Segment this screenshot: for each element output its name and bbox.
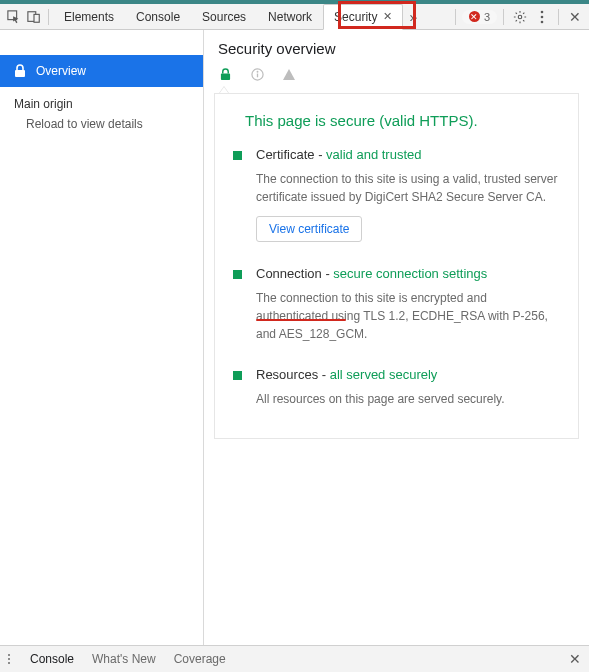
connection-desc: The connection to this site is encrypted… <box>256 289 560 343</box>
annotation-underline-tls <box>256 319 346 321</box>
tabbar-separator-right <box>455 9 456 25</box>
security-card: This page is secure (valid HTTPS). Certi… <box>214 93 579 439</box>
sidebar-main-origin-label: Main origin <box>0 87 203 111</box>
tab-sources[interactable]: Sources <box>191 4 257 30</box>
kebab-menu-icon[interactable] <box>532 7 552 27</box>
main-area: Overview Main origin Reload to view deta… <box>0 30 589 645</box>
svg-point-6 <box>541 20 544 23</box>
tabbar-separator-right2 <box>503 9 504 25</box>
sidebar-reload-hint[interactable]: Reload to view details <box>0 111 203 131</box>
drawer-tab-console[interactable]: Console <box>30 652 74 666</box>
tabbar-separator <box>48 9 49 25</box>
error-icon: ✕ <box>469 11 480 22</box>
section-connection: Connection - secure connection settings … <box>233 266 560 343</box>
connection-title: Connection - secure connection settings <box>256 266 560 281</box>
svg-rect-2 <box>34 14 39 22</box>
security-sidebar: Overview Main origin Reload to view deta… <box>0 30 204 645</box>
inspect-element-icon[interactable] <box>4 7 24 27</box>
drawer-close-icon[interactable]: ✕ <box>569 651 581 667</box>
security-panel: Security overview This page is secure (v… <box>204 30 589 645</box>
status-square-icon <box>233 270 242 279</box>
svg-rect-11 <box>256 73 257 77</box>
gear-icon[interactable] <box>510 7 530 27</box>
svg-point-5 <box>541 15 544 18</box>
section-certificate: Certificate - valid and trusted The conn… <box>233 147 560 242</box>
sidebar-spacer <box>0 30 203 55</box>
tab-security-label: Security <box>334 10 377 24</box>
svg-point-10 <box>256 70 258 72</box>
kebab-menu-icon[interactable] <box>8 654 10 664</box>
device-toolbar-icon[interactable] <box>24 7 44 27</box>
error-count-badge[interactable]: ✕ 3 <box>462 10 497 24</box>
status-square-icon <box>233 371 242 380</box>
resources-title: Resources - all served securely <box>256 367 560 382</box>
page-secure-status: This page is secure (valid HTTPS). <box>245 112 560 129</box>
tab-elements[interactable]: Elements <box>53 4 125 30</box>
tab-console[interactable]: Console <box>125 4 191 30</box>
tabbar-separator-right3 <box>558 9 559 25</box>
panel-title: Security overview <box>204 30 589 63</box>
drawer-tab-whatsnew[interactable]: What's New <box>92 652 156 666</box>
section-resources: Resources - all served securely All reso… <box>233 367 560 408</box>
tab-security[interactable]: Security ✕ <box>323 4 403 30</box>
drawer-bar: Console What's New Coverage ✕ <box>0 645 589 672</box>
sidebar-item-overview[interactable]: Overview <box>0 55 203 87</box>
tabs-overflow-icon[interactable]: » <box>403 7 423 27</box>
status-square-icon <box>233 151 242 160</box>
sidebar-overview-label: Overview <box>36 64 86 78</box>
svg-rect-7 <box>15 70 25 77</box>
certificate-title: Certificate - valid and trusted <box>256 147 560 162</box>
svg-point-4 <box>541 10 544 13</box>
resources-desc: All resources on this page are served se… <box>256 390 560 408</box>
devtools-tabbar: Elements Console Sources Network Securit… <box>0 4 589 30</box>
lock-icon <box>14 64 26 78</box>
devtools-close-icon[interactable]: ✕ <box>565 7 585 27</box>
info-icon <box>250 67 264 81</box>
lock-icon <box>218 67 232 81</box>
view-certificate-button[interactable]: View certificate <box>256 216 362 242</box>
svg-point-3 <box>518 15 522 19</box>
security-icon-row <box>204 63 589 81</box>
svg-rect-8 <box>220 73 229 79</box>
warning-icon <box>282 67 296 81</box>
close-icon[interactable]: ✕ <box>383 10 392 23</box>
tab-network[interactable]: Network <box>257 4 323 30</box>
drawer-tab-coverage[interactable]: Coverage <box>174 652 226 666</box>
error-count: 3 <box>484 11 490 23</box>
certificate-desc: The connection to this site is using a v… <box>256 170 560 206</box>
